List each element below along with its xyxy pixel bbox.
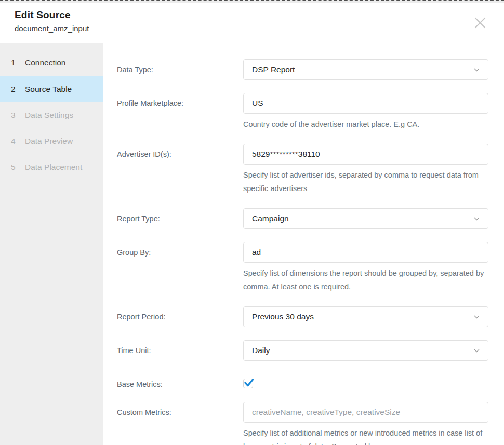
form-row-report-type: Report Type: Campaign <box>117 208 488 229</box>
form-row-time-unit: Time Unit: Daily <box>117 340 488 361</box>
sidebar-item-connection[interactable]: 1 Connection <box>0 49 103 76</box>
step-number: 3 <box>11 111 25 120</box>
chevron-down-icon <box>474 217 480 221</box>
step-label: Data Placement <box>25 163 82 172</box>
steps-sidebar: 1 Connection 2 Source Table 3 Data Setti… <box>0 43 103 445</box>
form-row-custom-metrics: Custom Metrics: Specify list of addition… <box>117 402 488 445</box>
step-label: Connection <box>25 58 65 68</box>
sidebar-item-source-table[interactable]: 2 Source Table <box>0 76 103 102</box>
field-label: Advertiser ID(s): <box>117 144 243 195</box>
base-metrics-checkbox[interactable] <box>243 379 253 388</box>
step-label: Data Preview <box>25 137 73 146</box>
time-unit-select[interactable]: Daily <box>243 340 488 361</box>
sidebar-item-data-preview[interactable]: 4 Data Preview <box>0 128 103 154</box>
field-label: Base Metrics: <box>117 374 243 388</box>
field-label: Time Unit: <box>117 340 243 361</box>
report-type-select[interactable]: Campaign <box>243 208 488 229</box>
form-row-report-period: Report Period: Previous 30 days <box>117 306 488 327</box>
checkmark-icon <box>244 377 254 388</box>
form-row-profile-marketplace: Profile Marketplace: Country code of the… <box>117 93 488 131</box>
field-help-text: Specify list of dimensions the report sh… <box>243 266 488 293</box>
field-help-text: Specify list of advertiser ids, separate… <box>243 168 488 195</box>
field-help-text: Specify list of additional metrics or ne… <box>243 426 488 445</box>
select-value: Campaign <box>252 214 289 223</box>
form-row-base-metrics: Base Metrics: <box>117 374 488 388</box>
form-row-advertiser-ids: Advertiser ID(s): Specify list of advert… <box>117 144 488 195</box>
chevron-down-icon <box>474 68 480 72</box>
advertiser-ids-input[interactable] <box>243 144 488 165</box>
modal-header: Edit Source document_amz_input <box>0 3 504 43</box>
modal-body: 1 Connection 2 Source Table 3 Data Setti… <box>0 43 504 445</box>
field-label: Custom Metrics: <box>117 402 243 445</box>
form-row-group-by: Group By: Specify list of dimensions the… <box>117 242 488 293</box>
report-period-select[interactable]: Previous 30 days <box>243 306 488 327</box>
sidebar-item-data-settings[interactable]: 3 Data Settings <box>0 102 103 128</box>
step-number: 5 <box>11 163 25 172</box>
select-value: Daily <box>252 346 270 355</box>
step-number: 4 <box>11 137 25 146</box>
chevron-down-icon <box>474 349 480 353</box>
field-label: Report Type: <box>117 208 243 229</box>
source-table-form: Data Type: DSP Report Profile Marketplac… <box>103 43 504 445</box>
field-label: Profile Marketplace: <box>117 93 243 131</box>
field-label: Report Period: <box>117 306 243 327</box>
field-help-text: Country code of the advertiser market pl… <box>243 117 488 131</box>
field-label: Group By: <box>117 242 243 293</box>
data-type-select[interactable]: DSP Report <box>243 59 488 80</box>
step-label: Data Settings <box>25 111 73 120</box>
step-number: 2 <box>11 85 25 94</box>
profile-marketplace-input[interactable] <box>243 93 488 114</box>
step-label: Source Table <box>25 85 72 94</box>
step-number: 1 <box>11 58 25 68</box>
group-by-input[interactable] <box>243 242 488 263</box>
field-label: Data Type: <box>117 59 243 80</box>
custom-metrics-input[interactable] <box>243 402 488 423</box>
form-row-data-type: Data Type: DSP Report <box>117 59 488 80</box>
select-value: Previous 30 days <box>252 312 314 321</box>
select-value: DSP Report <box>252 65 295 74</box>
close-button[interactable] <box>473 16 487 30</box>
close-icon <box>473 16 487 30</box>
chevron-down-icon <box>474 315 480 319</box>
page-title: Edit Source <box>15 9 504 21</box>
sidebar-item-data-placement[interactable]: 5 Data Placement <box>0 154 103 180</box>
source-name-subtitle: document_amz_input <box>15 24 504 33</box>
